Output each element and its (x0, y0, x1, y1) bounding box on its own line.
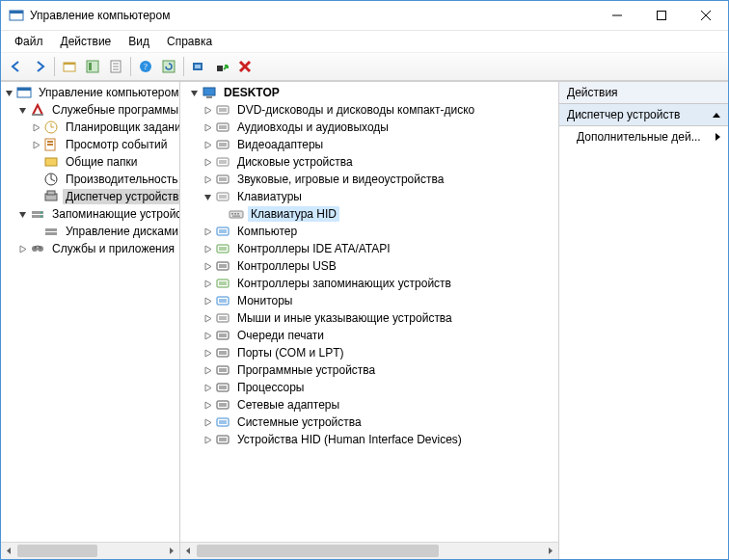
scroll-left-button[interactable] (1, 543, 17, 559)
show-hide-tree-button[interactable] (82, 56, 103, 77)
chevron-right-icon[interactable] (200, 120, 215, 135)
chevron-right-icon[interactable] (200, 345, 215, 360)
tree-item[interactable]: Производительность (1, 171, 179, 188)
tree-item[interactable]: DESKTOP (180, 84, 558, 101)
tree-item[interactable]: Аудиовходы и аудиовыходы (180, 119, 558, 136)
chevron-right-icon[interactable] (200, 293, 215, 308)
tree-item[interactable]: Контроллеры запоминающих устройств (180, 275, 558, 292)
back-button[interactable] (6, 56, 27, 77)
tree-item[interactable]: Видеоадаптеры (180, 136, 558, 153)
forward-button[interactable] (29, 56, 50, 77)
chevron-right-icon[interactable] (200, 276, 215, 291)
chevron-right-icon[interactable] (14, 241, 30, 256)
tree-item[interactable]: Общие папки (1, 153, 179, 171)
chevron-right-icon[interactable] (200, 397, 215, 413)
tree-item[interactable]: Устройства HID (Human Interface Devices) (180, 431, 558, 448)
tree-item[interactable]: Процессоры (180, 379, 558, 396)
center-scrollbar[interactable] (180, 542, 558, 559)
chevron-down-icon[interactable] (1, 85, 16, 100)
tree-item[interactable]: Системные устройства (180, 413, 558, 431)
menu-file[interactable]: Файл (7, 33, 51, 50)
left-pane[interactable]: Управление компьютером (лСлужебные прогр… (1, 82, 180, 559)
device-category-icon (215, 432, 230, 447)
item-icon (43, 224, 59, 239)
tree-item[interactable]: Диспетчер устройств (1, 188, 179, 205)
device-category-icon (215, 102, 230, 118)
device-category-icon (215, 345, 230, 360)
tree-item[interactable]: Служебные программы (1, 101, 179, 119)
chevron-right-icon[interactable] (200, 328, 215, 343)
svg-point-37 (40, 212, 42, 214)
svg-rect-8 (87, 61, 98, 72)
chevron-right-icon[interactable] (200, 432, 215, 447)
svg-rect-60 (237, 213, 239, 215)
tree-item[interactable]: DVD-дисководы и дисководы компакт-диско (180, 101, 558, 119)
computer-management-icon (16, 85, 32, 100)
tree-item-label: Видеоадаптеры (234, 137, 326, 152)
tree-item[interactable]: Мониторы (180, 292, 558, 309)
chevron-right-icon[interactable] (200, 380, 215, 395)
uninstall-device-button[interactable] (234, 56, 256, 77)
actions-more[interactable]: Дополнительные дей... (559, 126, 728, 147)
scroll-right-button[interactable] (163, 543, 179, 559)
chevron-right-icon[interactable] (200, 241, 215, 256)
tree-item[interactable]: Планировщик заданий (1, 119, 179, 136)
device-category-icon (215, 258, 230, 274)
tree-item[interactable]: Просмотр событий (1, 136, 179, 153)
maximize-button[interactable] (639, 1, 684, 30)
chevron-right-icon[interactable] (200, 172, 215, 187)
svg-rect-65 (219, 247, 227, 251)
chevron-right-icon[interactable] (200, 224, 215, 239)
tree-item[interactable]: Управление компьютером (л (1, 84, 179, 101)
menu-action[interactable]: Действие (53, 33, 120, 50)
chevron-right-icon[interactable] (200, 258, 215, 274)
scan-hardware-button[interactable] (188, 56, 209, 77)
chevron-right-icon[interactable] (200, 154, 215, 170)
chevron-down-icon[interactable] (200, 189, 215, 204)
chevron-right-icon[interactable] (200, 102, 215, 118)
chevron-down-icon[interactable] (14, 102, 30, 118)
update-driver-button[interactable] (211, 56, 232, 77)
chevron-right-icon[interactable] (200, 362, 215, 378)
left-scrollbar[interactable] (1, 542, 179, 559)
tree-item[interactable]: Клавиатуры (180, 188, 558, 205)
tree-item[interactable]: Контроллеры USB (180, 257, 558, 275)
menu-view[interactable]: Вид (121, 33, 157, 50)
tree-item[interactable]: Запоминающие устройс (1, 205, 179, 223)
help-button[interactable]: ? (135, 56, 156, 77)
chevron-right-icon[interactable] (200, 310, 215, 326)
center-pane[interactable]: DESKTOPDVD-дисководы и дисководы компакт… (180, 82, 559, 559)
tree-item[interactable]: Порты (COM и LPT) (180, 344, 558, 361)
properties-button[interactable] (105, 56, 126, 77)
chevron-right-icon[interactable] (200, 137, 215, 152)
tree-item[interactable]: Сетевые адаптеры (180, 396, 558, 413)
actions-section[interactable]: Диспетчер устройств (559, 104, 728, 126)
tree-item[interactable]: Программные устройства (180, 361, 558, 379)
scroll-right-button[interactable] (542, 543, 558, 559)
svg-rect-67 (219, 264, 227, 268)
tree-item[interactable]: Службы и приложения (1, 240, 179, 257)
scroll-left-button[interactable] (180, 543, 197, 559)
minimize-button[interactable] (595, 1, 639, 30)
refresh-button[interactable] (158, 56, 179, 77)
chevron-down-icon[interactable] (186, 85, 202, 100)
svg-text:?: ? (144, 62, 148, 71)
tree-item[interactable]: Очереди печати (180, 327, 558, 344)
tree-item[interactable]: Звуковые, игровые и видеоустройства (180, 171, 558, 188)
close-button[interactable] (684, 1, 728, 30)
tree-item[interactable]: Управление дисками (1, 223, 179, 240)
up-button[interactable] (59, 56, 80, 77)
menu-help[interactable]: Справка (159, 33, 220, 50)
tree-item[interactable]: Мыши и иные указывающие устройства (180, 309, 558, 327)
chevron-down-icon[interactable] (14, 206, 30, 222)
chevron-right-icon[interactable] (28, 120, 43, 135)
tree-item[interactable]: Компьютер (180, 223, 558, 240)
tree-item-label: Планировщик заданий (63, 120, 179, 135)
chevron-right-icon[interactable] (200, 414, 215, 430)
tree-item[interactable]: Дисковые устройства (180, 153, 558, 171)
left-tree[interactable]: Управление компьютером (лСлужебные прогр… (1, 82, 179, 542)
chevron-right-icon[interactable] (28, 137, 43, 152)
center-tree[interactable]: DESKTOPDVD-дисководы и дисководы компакт… (180, 82, 558, 542)
tree-item[interactable]: Клавиатура HID (180, 205, 558, 223)
tree-item[interactable]: Контроллеры IDE ATA/ATAPI (180, 240, 558, 257)
